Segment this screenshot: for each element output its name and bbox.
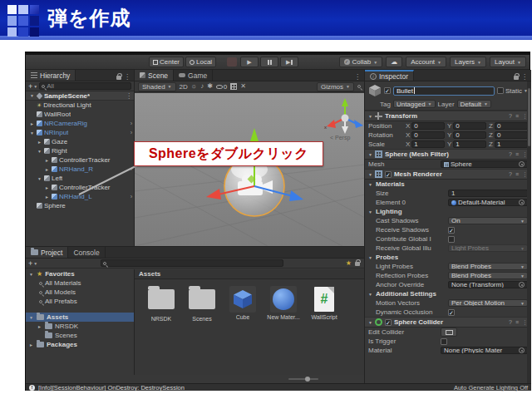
- foldout-icon[interactable]: ▼: [37, 149, 42, 154]
- hierarchy-item-nrcamerarig[interactable]: ►NRCameraRig›: [26, 119, 134, 128]
- property-element-0[interactable]: Element 0Default-Material: [365, 198, 531, 207]
- hierarchy-item-right[interactable]: ▼Right: [26, 146, 134, 155]
- scene-orientation-gizmo[interactable]: x z: [324, 98, 365, 134]
- perspective-label[interactable]: < Persp: [330, 135, 350, 140]
- asset-nrsdk[interactable]: NRSDK: [143, 286, 180, 322]
- tab-scene[interactable]: Scene: [135, 70, 174, 81]
- project-tree-scenes[interactable]: Scenes: [26, 331, 134, 340]
- active-checkbox[interactable]: [384, 87, 391, 94]
- gizmos-dropdown[interactable]: Gizmos▼: [317, 82, 354, 91]
- project-tree-nrsdk[interactable]: ►NRSDK: [26, 322, 134, 331]
- hierarchy-item-controllertracker[interactable]: ►ControllerTracker: [26, 183, 134, 192]
- prefab-nav-icon[interactable]: ›: [131, 194, 132, 200]
- custom-toolbar-icon[interactable]: [227, 57, 237, 66]
- preset-icon[interactable]: ≡: [515, 113, 519, 119]
- project-tree-packages[interactable]: ►Packages: [26, 340, 134, 349]
- dropdown[interactable]: Blend Probes▼: [448, 263, 528, 270]
- scene-viewport[interactable]: x z < Persp: [135, 93, 365, 246]
- prefab-nav-icon[interactable]: ›: [131, 130, 132, 135]
- component-enabled-checkbox[interactable]: [385, 171, 392, 178]
- step-button[interactable]: ▶: [280, 57, 298, 67]
- object-field[interactable]: Default-Material: [448, 199, 528, 206]
- property-light-probes[interactable]: Light ProbesBlend Probes▼: [365, 262, 531, 271]
- hierarchy-item-wallroot[interactable]: WallRoot: [26, 110, 134, 119]
- tab-hierarchy[interactable]: Hierarchy: [26, 70, 76, 81]
- edit-collider-button[interactable]: [441, 328, 457, 337]
- collab-dropdown[interactable]: ✓Collab▼: [339, 57, 383, 67]
- prefab-nav-icon[interactable]: ›: [131, 121, 132, 126]
- checkbox[interactable]: [441, 338, 447, 345]
- foldout-icon[interactable]: ►: [44, 158, 50, 163]
- asset-wallscript[interactable]: #WallScript: [306, 286, 342, 322]
- thumbnail-size-slider[interactable]: [288, 377, 318, 382]
- foldout-icon[interactable]: ►: [29, 342, 34, 347]
- object-field[interactable]: None (Physic Mater: [441, 347, 528, 354]
- component-enabled-checkbox[interactable]: [385, 319, 392, 326]
- tab-project[interactable]: Project: [26, 247, 68, 258]
- gameobject-cube-icon[interactable]: [368, 84, 382, 97]
- dropdown[interactable]: Blend Probes▼: [448, 272, 528, 279]
- asset-new-mater[interactable]: New Mater...: [265, 286, 302, 322]
- slider-thumb[interactable]: [305, 377, 310, 382]
- property-mesh[interactable]: MeshSphere: [365, 160, 531, 169]
- pivot-center-button[interactable]: Center: [149, 57, 184, 67]
- static-checkbox[interactable]: [497, 87, 504, 94]
- foldout-icon[interactable]: ▼: [368, 114, 372, 119]
- preset-icon[interactable]: ≡: [515, 319, 519, 325]
- hierarchy-item-left[interactable]: ▼Left: [26, 174, 134, 183]
- hierarchy-scene-row[interactable]: ▼SampleScene*⋮: [26, 91, 134, 101]
- shading-mode-dropdown[interactable]: Shaded▼: [138, 82, 176, 91]
- axis-value-input[interactable]: 0: [411, 131, 445, 139]
- scene-visibility-toggle[interactable]: 0: [216, 83, 227, 91]
- asset-scenes[interactable]: Scenes: [184, 286, 220, 322]
- foldout-icon[interactable]: ▼: [29, 315, 34, 320]
- property-size[interactable]: Size1: [365, 189, 531, 198]
- property-contribute-global-i[interactable]: Contribute Global I: [365, 234, 531, 244]
- object-picker-icon[interactable]: [519, 200, 525, 205]
- pivot-local-button[interactable]: Local: [185, 57, 216, 67]
- layer-dropdown[interactable]: Default▼: [457, 100, 491, 108]
- menu-icon[interactable]: ⋮: [521, 73, 528, 81]
- foldout-icon[interactable]: ►: [37, 140, 42, 145]
- tab-console[interactable]: Console: [68, 247, 105, 258]
- favorites-star-icon[interactable]: ★: [346, 260, 352, 267]
- axis-value-input[interactable]: 0: [495, 122, 528, 130]
- favorite-all-materials[interactable]: All Materials: [26, 278, 134, 288]
- hierarchy-item-nrhand-r[interactable]: ►NRHand_R›: [26, 165, 134, 174]
- axis-value-input[interactable]: 0: [453, 131, 486, 139]
- property-material[interactable]: MaterialNone (Physic Mater: [365, 346, 531, 355]
- foldout-icon[interactable]: ▼: [368, 152, 372, 157]
- tab-game[interactable]: Game: [174, 70, 213, 81]
- hierarchy-item-nrhand-l[interactable]: ►NRHand_L›: [26, 192, 134, 201]
- foldout-icon[interactable]: ▼: [368, 255, 373, 260]
- effects-dropdown-icon[interactable]: ✱: [207, 82, 213, 91]
- property-receive-shadows[interactable]: Receive Shadows: [365, 225, 531, 234]
- hierarchy-item-gaze[interactable]: ►Gaze: [26, 137, 134, 146]
- hierarchy-search-input[interactable]: All: [39, 82, 131, 90]
- checkbox[interactable]: [448, 236, 455, 243]
- project-favorites-header[interactable]: ▼★Favorites: [26, 269, 134, 278]
- scrollbar-thumb[interactable]: [528, 88, 530, 146]
- play-button[interactable]: ▶: [240, 57, 259, 67]
- preset-icon[interactable]: ≡: [515, 151, 519, 157]
- foldout-icon[interactable]: ▼: [368, 172, 372, 177]
- foldout-icon[interactable]: ►: [44, 167, 50, 172]
- cloud-button[interactable]: ☁: [386, 57, 402, 67]
- static-toggle[interactable]: Static▼: [497, 87, 528, 95]
- camera-settings-icon[interactable]: ✕: [240, 82, 246, 91]
- status-message[interactable]: [Info][SessionBehaviour] OnDestroy: Dest…: [38, 384, 185, 392]
- property-dynamic-occlusion[interactable]: Dynamic Occlusion: [365, 308, 531, 317]
- property-motion-vectors[interactable]: Motion VectorsPer Object Motion▼: [365, 298, 531, 308]
- menu-icon[interactable]: ⋮: [124, 73, 131, 81]
- hierarchy-item-nrinput[interactable]: ▼NRInput›: [26, 128, 134, 137]
- component-header-sphere-mesh-filter[interactable]: ▼Sphere (Mesh Filter)?≡⋮: [365, 149, 531, 160]
- object-name-field[interactable]: Bullet: [393, 86, 495, 96]
- help-icon[interactable]: ?: [509, 171, 512, 177]
- dropdown[interactable]: On▼: [448, 217, 528, 224]
- tag-dropdown[interactable]: Untagged▼: [393, 100, 436, 108]
- checkbox[interactable]: [448, 309, 455, 316]
- layers-dropdown[interactable]: Layers▼: [450, 57, 486, 67]
- dropdown[interactable]: Per Object Motion▼: [448, 299, 528, 307]
- layout-dropdown[interactable]: Layout▼: [490, 57, 526, 67]
- prefab-nav-icon[interactable]: ›: [131, 166, 132, 172]
